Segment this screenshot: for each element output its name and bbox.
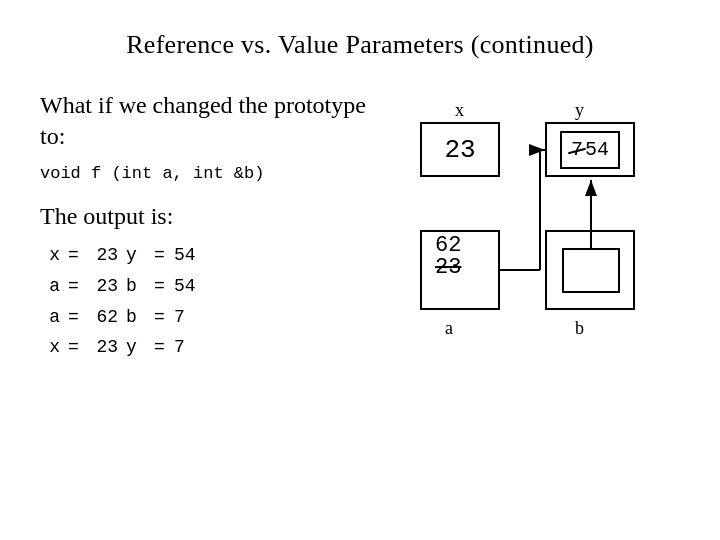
y-outer-box: 7 54	[545, 122, 635, 177]
r2c6: 54	[174, 271, 204, 302]
r4c1: x	[40, 332, 60, 363]
r1c3: 23	[88, 240, 118, 271]
prototype-code: void f (int a, int &b)	[40, 164, 380, 183]
r4c6: 7	[174, 332, 204, 363]
r2c1: a	[40, 271, 60, 302]
r2c2: =	[68, 271, 80, 302]
content-area: What if we changed the prototype to: voi…	[40, 90, 680, 440]
r4c2: =	[68, 332, 80, 363]
y-label: y	[575, 100, 584, 121]
r4c5: =	[154, 332, 166, 363]
r3c6: 7	[174, 302, 204, 333]
r2c3: 23	[88, 271, 118, 302]
r1c4: y	[126, 240, 146, 271]
r3c5: =	[154, 302, 166, 333]
b-inner-box	[562, 248, 620, 293]
r3c4: b	[126, 302, 146, 333]
x-box: 23	[420, 122, 500, 177]
y-inner-box: 7 54	[560, 131, 620, 169]
left-panel: What if we changed the prototype to: voi…	[40, 90, 400, 363]
slide: Reference vs. Value Parameters (continue…	[0, 0, 720, 540]
x-value: 23	[444, 135, 475, 165]
r1c5: =	[154, 240, 166, 271]
r1c2: =	[68, 240, 80, 271]
what-if-text: What if we changed the prototype to:	[40, 90, 380, 152]
r3c3: 62	[88, 302, 118, 333]
slide-title: Reference vs. Value Parameters (continue…	[40, 30, 680, 60]
x-label: x	[455, 100, 464, 121]
r2c5: =	[154, 271, 166, 302]
r2c4: b	[126, 271, 146, 302]
output-row-3: a = 62 b = 7	[40, 302, 380, 333]
output-title: The output is:	[40, 203, 380, 230]
memory-diagram: x y 23 7 54 62 23	[400, 100, 670, 440]
a-old-value: 23	[435, 255, 461, 280]
y-value: 54	[585, 138, 609, 161]
diagram-panel: x y 23 7 54 62 23	[400, 100, 680, 440]
output-row-4: x = 23 y = 7	[40, 332, 380, 363]
b-label: b	[575, 318, 584, 339]
r4c3: 23	[88, 332, 118, 363]
output-table: x = 23 y = 54 a = 23 b = 54 a =	[40, 240, 380, 362]
a-label: a	[445, 318, 453, 339]
r4c4: y	[126, 332, 146, 363]
output-row-1: x = 23 y = 54	[40, 240, 380, 271]
r1c1: x	[40, 240, 60, 271]
r3c2: =	[68, 302, 80, 333]
r3c1: a	[40, 302, 60, 333]
r1c6: 54	[174, 240, 204, 271]
y-value-strikethrough: 7	[571, 138, 583, 161]
output-row-2: a = 23 b = 54	[40, 271, 380, 302]
